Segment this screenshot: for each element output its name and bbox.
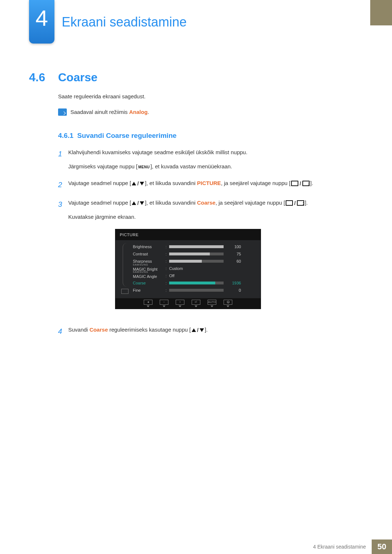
step-2: 2 Vajutage seadmel nuppe [/], et liikuda… — [58, 178, 356, 191]
osd-row-coarse: Coarse : 1936 — [133, 279, 256, 287]
osd-row-fine: Fine : 0 — [133, 287, 256, 294]
osd-mini-icon — [121, 289, 128, 294]
step-3-post: , ja seejärel vajutage nuppu [ — [216, 200, 285, 206]
osd-row-magic-bright: SAMSUNGMAGIC Bright : Custom — [133, 265, 256, 272]
step-2-target: PICTURE — [197, 180, 221, 186]
step-2-pre: Vajutage seadmel nuppe [ — [68, 180, 131, 186]
step-4-mid: reguleerimiseks kasutage nuppu [ — [108, 327, 191, 333]
step-3-mid: ], et liikuda suvandini — [145, 200, 197, 206]
rect-enter-icon: / — [285, 200, 305, 206]
osd-value: 75 — [224, 251, 241, 258]
osd-panel: PICTURE Brightness : 100 — [115, 229, 261, 309]
osd-nav-plus-icon: + — [176, 300, 184, 307]
osd-nav-power-icon: ⏻ — [224, 300, 232, 307]
step-3-pre: Vajutage seadmel nuppe [ — [68, 200, 131, 206]
step-number: 3 — [58, 198, 68, 318]
step-2-end: ]. — [310, 180, 313, 186]
osd-label: SAMSUNGMAGIC Angle — [133, 271, 166, 280]
section-number: 4.6 — [29, 71, 45, 84]
step-3: 3 Vajutage seadmel nuppe [/], et liikuda… — [58, 198, 356, 318]
step-number: 2 — [58, 178, 68, 191]
osd-label: Fine — [133, 287, 166, 294]
step-2-text: Vajutage seadmel nuppe [/], et liikuda s… — [68, 178, 313, 191]
osd-bar — [169, 245, 224, 248]
step-1b-post: ], et kuvada vastav menüüekraan. — [150, 163, 232, 169]
osd-rows: Brightness : 100 Contrast : 75 — [129, 243, 256, 294]
footer-text: 4 Ekraani seadistamine — [307, 539, 372, 554]
osd-value-selected: 1936 — [224, 280, 241, 287]
up-down-icon: / — [191, 327, 205, 333]
osd-label-selected: Coarse — [133, 280, 166, 287]
osd-nav-auto-icon: AUTO — [208, 300, 216, 307]
chapter-number-tab: 4 — [29, 0, 54, 44]
osd-left-decoration — [121, 243, 129, 294]
step-2-mid: ], et liikuda suvandini — [145, 180, 197, 186]
step-number: 4 — [58, 325, 68, 337]
osd-bar-selected — [169, 282, 224, 284]
up-down-icon: / — [131, 200, 145, 206]
osd-nav-left-icon: ◄ — [144, 300, 152, 307]
osd-bar — [169, 289, 224, 292]
osd-label: Contrast — [133, 251, 166, 258]
subsection-number: 4.6.1 — [58, 132, 73, 139]
body-content: Saate reguleerida ekraani sagedust. Saad… — [58, 93, 356, 345]
section-title: Coarse — [58, 71, 98, 84]
step-4-pre: Suvandi — [68, 327, 89, 333]
osd-text-value: Custom — [169, 265, 183, 272]
osd-bar — [169, 260, 224, 263]
osd-value: 60 — [224, 258, 241, 265]
osd-title: PICTURE — [115, 229, 261, 241]
osd-value: 0 — [224, 287, 241, 294]
rect-enter-icon: / — [290, 181, 310, 186]
note-prefix: Saadaval ainult režiimis — [70, 109, 129, 115]
note-icon — [58, 108, 67, 116]
osd-bar — [169, 253, 224, 255]
note-suffix: . — [148, 109, 149, 115]
step-4-target: Coarse — [89, 327, 108, 333]
osd-value: 100 — [224, 243, 241, 250]
step-1a-text: Klahvijuhendi kuvamiseks vajutage seadme… — [68, 148, 248, 157]
step-1b-pre: Järgmiseks vajutage nuppu [ — [68, 163, 138, 169]
steps-list: 1 Klahvijuhendi kuvamiseks vajutage sead… — [58, 148, 356, 338]
footer-page-number: 50 — [372, 539, 392, 554]
step-1b-text: Järgmiseks vajutage nuppu [MENU], et kuv… — [68, 162, 248, 171]
header-olive-block — [370, 0, 392, 25]
note-text: Saadaval ainult režiimis Analog. — [70, 108, 149, 116]
step-3-text: Vajutage seadmel nuppe [/], et liikuda s… — [68, 198, 308, 208]
step-2-post: , ja seejärel vajutage nuppu [ — [221, 180, 291, 186]
intro-text: Saate reguleerida ekraani sagedust. — [58, 93, 356, 101]
osd-text-value: Off — [169, 272, 174, 279]
osd-nav-enter-icon: ⏎ — [192, 300, 200, 307]
step-3-target: Coarse — [197, 200, 216, 206]
subsection-title: Suvandi Coarse reguleerimine — [77, 132, 177, 139]
note-mode: Analog — [129, 109, 148, 115]
up-down-icon: / — [131, 181, 145, 186]
subsection-heading: 4.6.1 Suvandi Coarse reguleerimine — [58, 131, 356, 141]
step-1: 1 Klahvijuhendi kuvamiseks vajutage sead… — [58, 148, 356, 171]
osd-footer: ◄ − + ⏎ AUTO ⏻ — [115, 298, 261, 309]
step-number: 1 — [58, 148, 68, 171]
step-4-end: ]. — [205, 327, 208, 333]
step-3-line2: Kuvatakse järgmine ekraan. — [68, 212, 308, 222]
osd-row-brightness: Brightness : 100 — [133, 243, 256, 250]
osd-label: Brightness — [133, 243, 166, 250]
page-footer: 4 Ekraani seadistamine 50 — [0, 539, 392, 554]
osd-row-magic-angle: SAMSUNGMAGIC Angle : Off — [133, 272, 256, 279]
osd-row-contrast: Contrast : 75 — [133, 250, 256, 258]
menu-icon: MENU — [138, 164, 150, 170]
step-4: 4 Suvandi Coarse reguleerimiseks kasutag… — [58, 325, 356, 337]
chapter-title: Ekraani seadistamine — [62, 15, 187, 30]
step-3-end: ]. — [305, 200, 308, 206]
note-row: Saadaval ainult režiimis Analog. — [58, 108, 356, 116]
osd-row-sharpness: Sharpness : 60 — [133, 258, 256, 265]
osd-nav-minus-icon: − — [160, 300, 168, 307]
step-4-text: Suvandi Coarse reguleerimiseks kasutage … — [68, 325, 208, 337]
